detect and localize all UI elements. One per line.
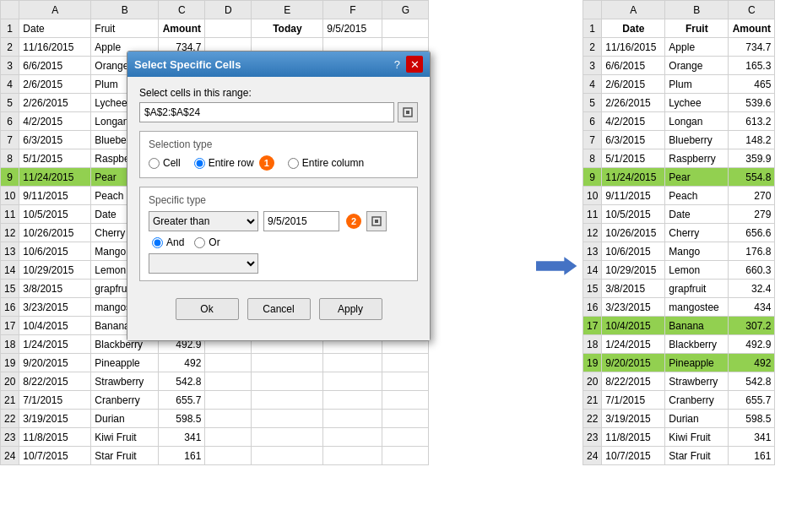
amount-cell: 734.7 (729, 38, 775, 57)
amount-cell: 542.8 (729, 372, 775, 391)
row-num: 24 (1, 447, 19, 465)
table-row: 1710/4/2015Banana307.2 (583, 317, 775, 335)
date-cell: 11/16/2015 (602, 38, 665, 57)
col-header-f: F (323, 1, 382, 19)
specific-value-input[interactable] (263, 211, 339, 231)
dialog-controls: ? ✕ (392, 56, 423, 73)
dialog-close-button[interactable]: ✕ (406, 56, 423, 73)
dialog-titlebar: Select Specific Cells ? ✕ (127, 52, 430, 77)
row-num: 3 (1, 57, 19, 75)
date-cell: 9/11/2015 (19, 187, 91, 205)
date-cell: 3/19/2015 (602, 410, 665, 428)
right-spreadsheet-container: ABC1DateFruitAmount211/16/2015Apple734.7… (583, 0, 802, 465)
collapse-icon (402, 106, 414, 118)
date-cell: 7/1/2015 (19, 391, 91, 410)
fruit-cell: Mango (665, 242, 729, 261)
specific-value-collapse-button[interactable] (366, 211, 387, 231)
apply-button[interactable]: Apply (319, 298, 382, 320)
col-header-a: A (19, 1, 91, 19)
date-cell: 6/6/2015 (602, 57, 665, 75)
date-cell: 10/7/2015 (19, 447, 91, 465)
row-num: 23 (583, 428, 602, 447)
radio-or[interactable] (194, 237, 205, 248)
table-row: 199/20/2015Pineapple492 (583, 354, 775, 372)
date-cell: 5/1/2015 (19, 149, 91, 168)
fruit-cell: Pineapple (91, 354, 159, 372)
date-cell: 7/1/2015 (602, 391, 665, 410)
row-num: 12 (583, 224, 602, 242)
date-cell: 10/26/2015 (602, 224, 665, 242)
table-row: 181/24/2015Blackberry492.9 (583, 335, 775, 354)
fruit-cell: Lychee (665, 94, 729, 112)
fruit-cell: Apple (665, 38, 729, 57)
right-col-header-c: C (729, 1, 775, 19)
row-num: 17 (583, 317, 602, 335)
fruit-cell: Cherry (665, 224, 729, 242)
radio-and-label[interactable]: And (152, 236, 184, 248)
dialog-title: Select Specific Cells (134, 58, 241, 71)
date-cell: 5/1/2015 (602, 149, 665, 168)
row-num: 9 (1, 168, 19, 187)
row-num: 21 (1, 391, 19, 410)
fruit-cell: Raspberry (665, 149, 729, 168)
radio-cell[interactable] (149, 158, 160, 169)
radio-entire-col[interactable] (288, 158, 299, 169)
fruit-cell: Plum (665, 75, 729, 94)
selection-type-box: Selection type Cell Entire row 1 (139, 131, 418, 178)
range-input[interactable] (139, 102, 394, 122)
row-num: 2 (583, 38, 602, 57)
second-condition-select[interactable] (149, 253, 258, 274)
radio-cell-label[interactable]: Cell (149, 157, 181, 169)
fruit-cell: Peach (665, 187, 729, 205)
amount-cell: 270 (729, 187, 775, 205)
arrow-container (532, 0, 583, 532)
row-num: 8 (1, 149, 19, 168)
fruit-cell: Kiwi Fruit (665, 428, 729, 447)
table-row: 2311/8/2015Kiwi Fruit341 (583, 428, 775, 447)
row-num: 10 (1, 187, 19, 205)
table-row: 42/6/2015Plum465 (583, 75, 775, 94)
amount-cell: 492 (729, 354, 775, 372)
range-collapse-button[interactable] (398, 102, 418, 122)
radio-or-label[interactable]: Or (194, 236, 219, 248)
fruit-cell: Strawberry (91, 372, 159, 391)
row-num: 4 (583, 75, 602, 94)
amount-cell: 434 (729, 298, 775, 317)
amount-cell: 613.2 (729, 112, 775, 131)
date-cell: 8/22/2015 (602, 372, 665, 391)
table-row: 109/11/2015Peach270 (583, 187, 775, 205)
date-cell: 11/16/2015 (19, 38, 91, 57)
ok-button[interactable]: Ok (176, 298, 239, 320)
row-num: 6 (1, 112, 19, 131)
table-row: 1DateFruitAmount (583, 19, 775, 38)
fruit-cell: Strawberry (665, 372, 729, 391)
fruit-cell: Durian (665, 410, 729, 428)
fruit-cell: grapfruit (665, 280, 729, 298)
date-cell: 2/6/2015 (602, 75, 665, 94)
radio-entire-row-label[interactable]: Entire row 1 (194, 155, 274, 171)
table-row: 1210/26/2015Cherry656.6 (583, 224, 775, 242)
radio-entire-row[interactable] (194, 158, 205, 169)
dialog-body: Select cells in this range: Selection ty… (127, 77, 430, 340)
row-num: 15 (583, 280, 602, 298)
fruit-cell: Pear (665, 168, 729, 187)
date-cell: 10/4/2015 (19, 317, 91, 335)
col-header-g: G (382, 1, 429, 19)
date-cell: 11/8/2015 (602, 428, 665, 447)
radio-entire-col-label[interactable]: Entire column (288, 157, 364, 169)
row-num: 13 (583, 242, 602, 261)
table-row: 208/22/2015Strawberry542.8 (1, 372, 429, 391)
table-row: 36/6/2015Orange165.3 (583, 57, 775, 75)
date-cell: 6/3/2015 (602, 131, 665, 149)
dialog-help-button[interactable]: ? (392, 58, 403, 71)
cancel-button[interactable]: Cancel (247, 298, 311, 320)
date-cell: 8/22/2015 (19, 372, 91, 391)
specific-type-select[interactable]: Greater thanLess thanEqual toNot equal t… (149, 211, 258, 231)
table-row: 199/20/2015Pineapple492 (1, 354, 429, 372)
date-cell: 9/20/2015 (602, 354, 665, 372)
date-cell: 4/2/2015 (602, 112, 665, 131)
amount-cell: 307.2 (729, 317, 775, 335)
radio-and[interactable] (152, 237, 163, 248)
fruit-cell: Lemon (665, 261, 729, 280)
amount-cell: 554.8 (729, 168, 775, 187)
